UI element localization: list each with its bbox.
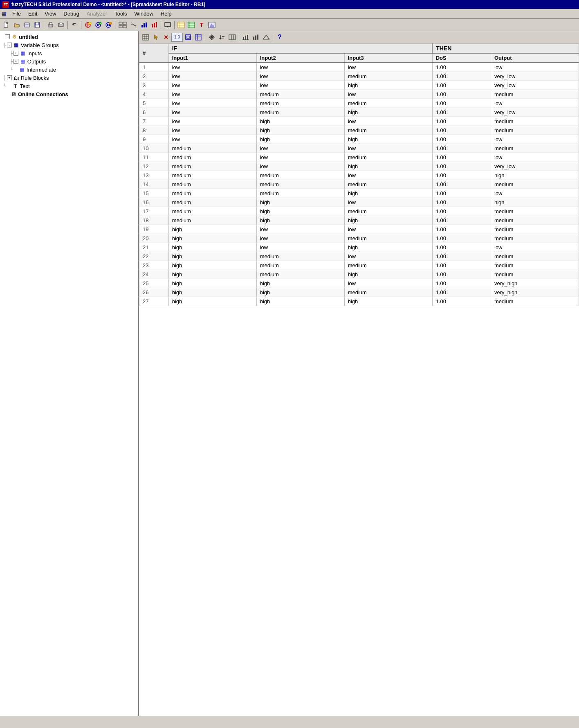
cell-input2[interactable]: high [256, 288, 344, 297]
tree-item-online-connections[interactable]: 🖥 Online Connections [0, 90, 138, 98]
cell-output[interactable]: medium [491, 180, 579, 189]
undo-button[interactable] [70, 20, 79, 29]
table-row[interactable]: 14mediummediummedium1.00medium [139, 180, 579, 189]
table-row[interactable]: 20highlowmedium1.00medium [139, 234, 579, 243]
rule-table-container[interactable]: # IF THEN Input1 Input2 Input3 DoS Outpu… [139, 43, 579, 716]
cell-input3[interactable]: medium [344, 207, 432, 216]
cell-input3[interactable]: medium [344, 126, 432, 135]
cell-output[interactable]: medium [491, 90, 579, 99]
cell-input1[interactable]: high [168, 252, 256, 261]
cell-input2[interactable]: high [256, 207, 344, 216]
tree-item-text[interactable]: └ T Text [0, 82, 138, 90]
table-row[interactable]: 2lowlowmedium1.00very_low [139, 72, 579, 81]
table-row[interactable]: 23highmediummedium1.00medium [139, 261, 579, 270]
cell-input1[interactable]: medium [168, 162, 256, 171]
et-grid-button[interactable] [141, 33, 150, 42]
cell-dos[interactable]: 1.00 [432, 270, 491, 279]
table-row[interactable]: 11mediumlowmedium1.00low [139, 153, 579, 162]
cell-output[interactable]: medium [491, 252, 579, 261]
cell-input2[interactable]: low [256, 234, 344, 243]
tree-item-outputs[interactable]: ├ + ▦ Outputs [0, 57, 138, 65]
cell-dos[interactable]: 1.00 [432, 180, 491, 189]
open2-button[interactable] [22, 20, 32, 29]
cell-input1[interactable]: medium [168, 180, 256, 189]
cell-input3[interactable]: low [344, 90, 432, 99]
cell-output[interactable]: very_low [491, 81, 579, 90]
cell-dos[interactable]: 1.00 [432, 234, 491, 243]
cell-output[interactable]: very_low [491, 162, 579, 171]
cell-output[interactable]: high [491, 171, 579, 180]
cell-input1[interactable]: low [168, 81, 256, 90]
et-barchart1-button[interactable] [241, 33, 251, 42]
cell-input2[interactable]: medium [256, 108, 344, 117]
cell-input3[interactable]: low [344, 252, 432, 261]
cell-dos[interactable]: 1.00 [432, 108, 491, 117]
root-expand[interactable]: - [5, 34, 10, 39]
table-row[interactable]: 19highlowlow1.00medium [139, 225, 579, 234]
tree-item-intermediate[interactable]: └ ▦ Intermediate [0, 65, 138, 74]
grid-view-button[interactable] [117, 20, 128, 29]
cell-input1[interactable]: high [168, 261, 256, 270]
table-row[interactable]: 6lowmediumhigh1.00very_low [139, 108, 579, 117]
menu-edit[interactable]: Edit [25, 10, 40, 18]
cell-input3[interactable]: low [344, 144, 432, 153]
cell-input3[interactable]: medium [344, 99, 432, 108]
cell-input2[interactable]: medium [256, 270, 344, 279]
cell-dos[interactable]: 1.00 [432, 117, 491, 126]
cell-input1[interactable]: low [168, 108, 256, 117]
tree-item-ruleblocks[interactable]: ├ + 🗂 Rule Blocks [0, 74, 138, 82]
zoom-button[interactable] [129, 20, 139, 29]
cell-input2[interactable]: medium [256, 189, 344, 198]
cell-input3[interactable]: medium [344, 180, 432, 189]
cell-input2[interactable]: medium [256, 171, 344, 180]
cell-dos[interactable]: 1.00 [432, 63, 491, 72]
cell-output[interactable]: low [491, 189, 579, 198]
cell-input2[interactable]: high [256, 117, 344, 126]
table-row[interactable]: 17mediumhighmedium1.00medium [139, 207, 579, 216]
table-row[interactable]: 18mediumhighhigh1.00medium [139, 216, 579, 225]
cell-dos[interactable]: 1.00 [432, 297, 491, 306]
et-barchart3-button[interactable] [261, 33, 271, 42]
cell-input1[interactable]: low [168, 117, 256, 126]
cell-input1[interactable]: medium [168, 189, 256, 198]
cell-input3[interactable]: low [344, 279, 432, 288]
menu-help[interactable]: Help [157, 10, 175, 18]
cell-output[interactable]: low [491, 153, 579, 162]
cell-input3[interactable]: medium [344, 288, 432, 297]
table-row[interactable]: 1lowlowlow1.00low [139, 63, 579, 72]
cell-dos[interactable]: 1.00 [432, 99, 491, 108]
cell-output[interactable]: medium [491, 234, 579, 243]
cell-dos[interactable]: 1.00 [432, 81, 491, 90]
cell-input3[interactable]: high [344, 81, 432, 90]
cell-input1[interactable]: high [168, 279, 256, 288]
cell-input3[interactable]: high [344, 135, 432, 144]
print-button[interactable] [46, 20, 56, 29]
et-help-button[interactable]: ? [275, 33, 285, 42]
cell-input2[interactable]: low [256, 243, 344, 252]
cell-dos[interactable]: 1.00 [432, 225, 491, 234]
print2-button[interactable] [56, 20, 66, 29]
cell-input1[interactable]: high [168, 234, 256, 243]
cell-input1[interactable]: low [168, 63, 256, 72]
cell-input3[interactable]: medium [344, 234, 432, 243]
cell-input1[interactable]: low [168, 135, 256, 144]
text-editor-button[interactable]: T [197, 20, 206, 29]
cell-output[interactable]: low [491, 135, 579, 144]
et-diamond-button[interactable] [207, 33, 217, 42]
cell-input2[interactable]: low [256, 81, 344, 90]
cell-input3[interactable]: medium [344, 261, 432, 270]
cell-input2[interactable]: low [256, 144, 344, 153]
cell-dos[interactable]: 1.00 [432, 135, 491, 144]
table-row[interactable]: 27highhighhigh1.00medium [139, 297, 579, 306]
cell-output[interactable]: medium [491, 297, 579, 306]
cell-dos[interactable]: 1.00 [432, 198, 491, 207]
cell-dos[interactable]: 1.00 [432, 216, 491, 225]
table-row[interactable]: 24highmediumhigh1.00medium [139, 270, 579, 279]
cell-input3[interactable]: high [344, 108, 432, 117]
cell-dos[interactable]: 1.00 [432, 243, 491, 252]
menu-file[interactable]: File [9, 10, 24, 18]
cell-input2[interactable]: low [256, 153, 344, 162]
cell-input3[interactable]: low [344, 117, 432, 126]
cell-input2[interactable]: low [256, 162, 344, 171]
menu-analyzer[interactable]: Analyzer [83, 10, 111, 18]
